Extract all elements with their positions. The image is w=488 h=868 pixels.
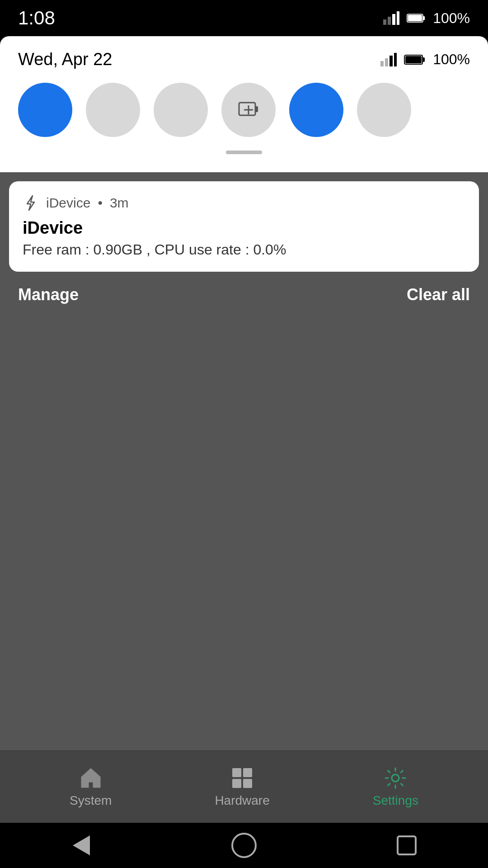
notification-header: iDevice • 3m bbox=[23, 195, 465, 211]
signal-icon-qs bbox=[380, 53, 397, 66]
quick-tile-5[interactable] bbox=[289, 83, 343, 137]
quick-tile-battery-saver[interactable] bbox=[221, 83, 276, 137]
date-row: Wed, Apr 22 100% bbox=[18, 50, 470, 69]
quick-settings-panel: Wed, Apr 22 100% bbox=[0, 36, 488, 172]
home-button[interactable] bbox=[230, 832, 258, 859]
battery-saver-icon bbox=[237, 98, 260, 122]
svg-rect-22 bbox=[243, 779, 252, 788]
svg-rect-5 bbox=[423, 16, 425, 20]
status-bar: 1:08 100% bbox=[0, 0, 488, 36]
svg-rect-10 bbox=[394, 53, 397, 66]
battery-percent-qs: 100% bbox=[433, 51, 470, 68]
svg-rect-14 bbox=[239, 103, 255, 115]
svg-rect-7 bbox=[380, 61, 384, 66]
battery-percent: 100% bbox=[433, 10, 470, 27]
nav-settings-label: Settings bbox=[373, 793, 418, 808]
svg-rect-9 bbox=[389, 56, 393, 66]
scroll-indicator bbox=[226, 151, 262, 154]
system-nav bbox=[0, 823, 488, 868]
svg-rect-12 bbox=[422, 57, 425, 62]
svg-rect-15 bbox=[255, 106, 258, 112]
status-icons-right: 100% bbox=[380, 51, 470, 68]
lightning-icon bbox=[23, 195, 39, 211]
svg-rect-20 bbox=[243, 768, 252, 777]
back-triangle-icon bbox=[73, 835, 90, 855]
svg-rect-13 bbox=[405, 56, 422, 63]
quick-tile-3[interactable] bbox=[154, 83, 208, 137]
empty-area bbox=[0, 318, 488, 750]
svg-rect-21 bbox=[232, 779, 241, 788]
status-icons: 100% bbox=[383, 10, 470, 27]
svg-rect-6 bbox=[408, 15, 422, 21]
svg-point-23 bbox=[392, 774, 399, 782]
content-area: iDevice • 3m iDevice Free ram : 0.90GB ,… bbox=[0, 172, 488, 823]
nav-system-label: System bbox=[70, 793, 112, 808]
home-icon bbox=[79, 766, 103, 790]
signal-icon bbox=[383, 11, 399, 25]
home-circle-icon bbox=[231, 833, 257, 858]
notif-time: 3m bbox=[110, 195, 129, 211]
nav-hardware[interactable]: Hardware bbox=[215, 766, 269, 808]
clear-all-button[interactable]: Clear all bbox=[407, 285, 470, 304]
bottom-nav: System Hardware Settings bbox=[0, 750, 488, 823]
svg-rect-19 bbox=[232, 768, 241, 777]
date-text: Wed, Apr 22 bbox=[18, 50, 112, 69]
notification-card[interactable]: iDevice • 3m iDevice Free ram : 0.90GB ,… bbox=[9, 181, 479, 272]
svg-rect-8 bbox=[385, 58, 388, 66]
notif-title: iDevice bbox=[23, 218, 465, 238]
notif-separator: • bbox=[98, 195, 103, 211]
svg-marker-18 bbox=[27, 196, 34, 210]
nav-hardware-label: Hardware bbox=[215, 793, 269, 808]
notif-body: Free ram : 0.90GB , CPU use rate : 0.0% bbox=[23, 241, 465, 258]
quick-tile-1[interactable] bbox=[18, 83, 72, 137]
recents-square-icon bbox=[397, 835, 417, 855]
svg-rect-3 bbox=[397, 11, 399, 25]
quick-tiles bbox=[18, 83, 470, 137]
svg-rect-0 bbox=[383, 19, 386, 25]
grid-icon bbox=[230, 766, 254, 790]
battery-icon bbox=[407, 12, 426, 24]
status-time: 1:08 bbox=[18, 7, 55, 29]
svg-rect-2 bbox=[392, 14, 395, 25]
svg-rect-1 bbox=[388, 17, 391, 25]
manage-button[interactable]: Manage bbox=[18, 285, 79, 304]
recents-button[interactable] bbox=[393, 832, 420, 859]
quick-tile-6[interactable] bbox=[357, 83, 411, 137]
back-button[interactable] bbox=[68, 832, 95, 859]
nav-system[interactable]: System bbox=[70, 766, 112, 808]
gear-icon bbox=[384, 766, 407, 790]
nav-settings[interactable]: Settings bbox=[373, 766, 418, 808]
battery-icon-qs bbox=[404, 53, 426, 66]
actions-bar: Manage Clear all bbox=[0, 272, 488, 318]
notif-app-name: iDevice bbox=[46, 195, 90, 211]
quick-tile-2[interactable] bbox=[86, 83, 140, 137]
main-layout: Wed, Apr 22 100% bbox=[0, 36, 488, 868]
